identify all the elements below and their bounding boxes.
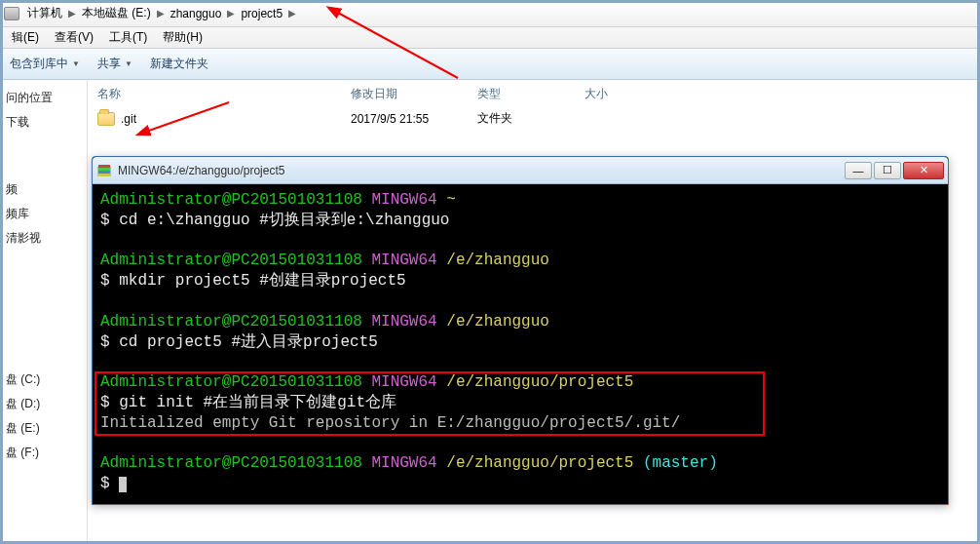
column-type[interactable]: 类型 xyxy=(477,84,584,104)
toolbar-share[interactable]: 共享 ▼ xyxy=(97,56,132,72)
sidebar-spacer xyxy=(4,156,83,177)
column-name[interactable]: 名称 xyxy=(97,84,351,104)
explorer-toolbar: 包含到库中 ▼ 共享 ▼ 新建文件夹 xyxy=(0,49,980,80)
cursor xyxy=(119,477,127,492)
chevron-down-icon: ▼ xyxy=(72,59,80,68)
crumb-disk-e[interactable]: 本地磁盘 (E:) xyxy=(78,0,155,26)
file-type: 文件夹 xyxy=(477,110,584,127)
sidebar-disk-c[interactable]: 盘 (C:) xyxy=(4,368,83,392)
sidebar-downloads[interactable]: 下载 xyxy=(4,110,83,135)
maximize-button[interactable]: ☐ xyxy=(874,162,901,179)
sidebar-disk-e[interactable]: 盘 (E:) xyxy=(4,416,83,441)
svg-rect-5 xyxy=(98,171,110,174)
crumb-project5[interactable]: project5 xyxy=(237,0,286,26)
svg-rect-4 xyxy=(98,168,110,171)
terminal-icon xyxy=(96,163,112,178)
computer-icon xyxy=(4,7,19,20)
toolbar-include-in-library[interactable]: 包含到库中 ▼ xyxy=(10,56,80,72)
chevron-right-icon: ▶ xyxy=(225,8,237,19)
sidebar-disk-f[interactable]: 盘 (F:) xyxy=(4,441,83,465)
column-size[interactable]: 大小 xyxy=(584,84,662,104)
breadcrumb-bar: 计算机▶ 本地磁盘 (E:)▶ zhangguo▶ project5▶ xyxy=(0,0,980,27)
close-button[interactable]: ✕ xyxy=(903,162,944,179)
chevron-right-icon: ▶ xyxy=(155,8,167,19)
folder-icon xyxy=(97,112,115,126)
chevron-right-icon: ▶ xyxy=(286,8,298,19)
crumb-zhangguo[interactable]: zhangguo xyxy=(167,0,226,26)
menu-edit[interactable]: 辑(E) xyxy=(4,29,47,46)
terminal-window: MINGW64:/e/zhangguo/project5 — ☐ ✕ Admin… xyxy=(92,156,949,505)
column-headers: 名称 修改日期 类型 大小 xyxy=(88,80,980,106)
column-date[interactable]: 修改日期 xyxy=(351,84,477,104)
chevron-right-icon: ▶ xyxy=(66,8,78,19)
sidebar-disk-d[interactable]: 盘 (D:) xyxy=(4,392,83,416)
chevron-down-icon: ▼ xyxy=(125,59,132,68)
terminal-titlebar[interactable]: MINGW64:/e/zhangguo/project5 — ☐ ✕ xyxy=(93,157,948,184)
terminal-body[interactable]: Administrator@PC201501031108 MINGW64 ~ $… xyxy=(93,184,948,504)
minimize-button[interactable]: — xyxy=(845,162,872,179)
menu-view[interactable]: 查看(V) xyxy=(47,29,101,46)
toolbar-new-folder[interactable]: 新建文件夹 xyxy=(150,56,208,72)
sidebar-videos[interactable]: 频 xyxy=(4,177,83,202)
file-date: 2017/9/5 21:55 xyxy=(351,112,477,126)
menu-help[interactable]: 帮助(H) xyxy=(155,29,210,46)
menu-tools[interactable]: 工具(T) xyxy=(101,29,155,46)
crumb-computer[interactable]: 计算机 xyxy=(23,0,66,26)
window-buttons: — ☐ ✕ xyxy=(845,162,944,179)
svg-rect-6 xyxy=(98,174,110,176)
file-name: .git xyxy=(121,112,351,126)
svg-rect-3 xyxy=(98,165,110,168)
explorer-sidebar: 问的位置 下载 频 频库 清影视 盘 (C:) 盘 (D:) 盘 (E:) 盘 … xyxy=(0,80,88,544)
terminal-title: MINGW64:/e/zhangguo/project5 xyxy=(118,164,845,177)
menu-bar: 辑(E) 查看(V) 工具(T) 帮助(H) xyxy=(0,27,980,49)
sidebar-movies[interactable]: 清影视 xyxy=(4,226,83,251)
file-row-git[interactable]: .git 2017/9/5 21:55 文件夹 xyxy=(88,106,980,131)
sidebar-spacer xyxy=(4,135,83,156)
sidebar-videolib[interactable]: 频库 xyxy=(4,202,83,226)
sidebar-recent[interactable]: 问的位置 xyxy=(4,86,83,110)
